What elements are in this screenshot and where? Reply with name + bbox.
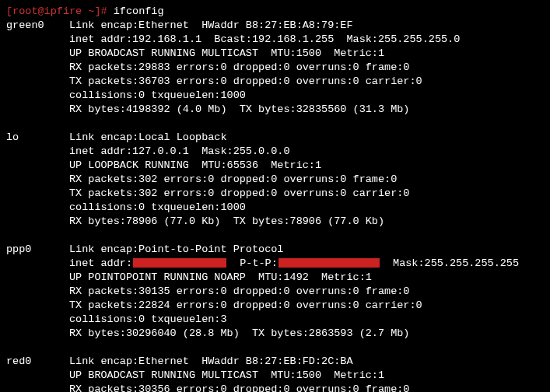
- iface-label: red0: [6, 355, 69, 369]
- iface-lo: loLink encap:Local Loopback: [6, 131, 544, 145]
- iface-detail: RX packets:29883 errors:0 dropped:0 over…: [69, 61, 544, 75]
- redacted-ip: [133, 258, 226, 268]
- iface-detail: TX packets:36703 errors:0 dropped:0 over…: [69, 75, 544, 89]
- spacer: [6, 341, 544, 355]
- iface-label: ppp0: [6, 243, 69, 257]
- iface-detail: collisions:0 txqueuelen:3: [69, 313, 544, 327]
- iface-detail: RX bytes:78906 (77.0 Kb) TX bytes:78906 …: [69, 215, 544, 229]
- iface-detail: UP BROADCAST RUNNING MULTICAST MTU:1500 …: [69, 369, 544, 383]
- iface-detail: TX packets:22824 errors:0 dropped:0 over…: [69, 299, 544, 313]
- iface-label: lo: [6, 131, 69, 145]
- inet-addr-label: inet addr:: [69, 257, 132, 269]
- prompt-line: [root@ipfire ~]# ifconfig: [6, 5, 544, 19]
- link-encap: Link encap:Local Loopback: [69, 131, 227, 145]
- iface-detail: UP LOOPBACK RUNNING MTU:65536 Metric:1: [69, 159, 544, 173]
- command-text: ifconfig: [114, 5, 164, 17]
- iface-label: green0: [6, 19, 69, 33]
- iface-detail: RX packets:30356 errors:0 dropped:0 over…: [69, 383, 544, 392]
- redacted-ip: [279, 258, 380, 268]
- iface-detail: RX packets:30135 errors:0 dropped:0 over…: [69, 285, 544, 299]
- link-encap: Link encap:Point-to-Point Protocol: [69, 243, 283, 257]
- iface-ppp0: ppp0Link encap:Point-to-Point Protocol: [6, 243, 544, 257]
- iface-red0: red0Link encap:Ethernet HWaddr B8:27:EB:…: [6, 355, 544, 369]
- link-encap: Link encap:Ethernet HWaddr B8:27:EB:FD:2…: [69, 355, 353, 369]
- iface-detail: inet addr:192.168.1.1 Bcast:192.168.1.25…: [69, 33, 544, 47]
- iface-detail: TX packets:302 errors:0 dropped:0 overru…: [69, 187, 544, 201]
- iface-detail: inet addr:127.0.0.1 Mask:255.0.0.0: [69, 145, 544, 159]
- iface-detail: RX bytes:30296040 (28.8 Mb) TX bytes:286…: [69, 327, 544, 341]
- iface-detail: collisions:0 txqueuelen:1000: [69, 201, 544, 215]
- iface-detail: collisions:0 txqueuelen:1000: [69, 89, 544, 103]
- spacer: [6, 117, 544, 131]
- ptp-label: P-t-P:: [227, 257, 278, 269]
- iface-detail: RX packets:302 errors:0 dropped:0 overru…: [69, 173, 544, 187]
- iface-detail: UP POINTOPOINT RUNNING NOARP MTU:1492 Me…: [69, 271, 544, 285]
- shell-prompt: [root@ipfire ~]#: [6, 5, 114, 17]
- iface-detail: RX bytes:4198392 (4.0 Mb) TX bytes:32835…: [69, 103, 544, 117]
- iface-detail: inet addr: P-t-P: Mask:255.255.255.255: [69, 257, 544, 271]
- iface-green0: green0Link encap:Ethernet HWaddr B8:27:E…: [6, 19, 544, 33]
- link-encap: Link encap:Ethernet HWaddr B8:27:EB:A8:7…: [69, 19, 353, 33]
- spacer: [6, 229, 544, 243]
- terminal-output: [root@ipfire ~]# ifconfig green0Link enc…: [6, 5, 544, 392]
- iface-detail: UP BROADCAST RUNNING MULTICAST MTU:1500 …: [69, 47, 544, 61]
- mask-label: Mask:255.255.255.255: [380, 257, 519, 269]
